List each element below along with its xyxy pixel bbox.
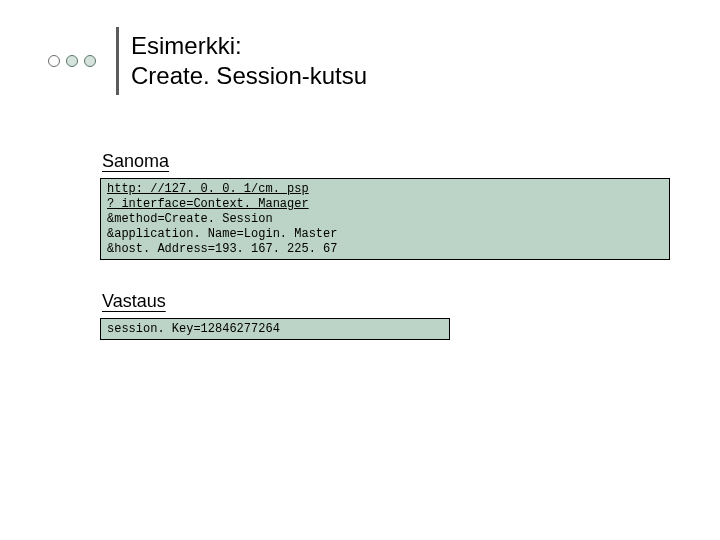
code-box-vastaus: session. Key=12846277264 xyxy=(100,318,450,340)
section-heading-vastaus: Vastaus xyxy=(102,291,166,312)
section-heading-sanoma: Sanoma xyxy=(102,151,169,172)
code-line-param: &method=Create. Session xyxy=(107,212,663,227)
code-line-url[interactable]: http: //127. 0. 0. 1/cm. psp xyxy=(107,182,663,197)
code-line-param: &application. Name=Login. Master xyxy=(107,227,663,242)
title-line-2: Create. Session-kutsu xyxy=(131,61,367,91)
code-box-sanoma: http: //127. 0. 0. 1/cm. psp ? interface… xyxy=(100,178,670,260)
code-line-param[interactable]: ? interface=Context. Manager xyxy=(107,197,663,212)
bullet-dot-icon xyxy=(48,55,60,67)
code-line-response: session. Key=12846277264 xyxy=(107,322,443,337)
slide: Esimerkki: Create. Session-kutsu Sanoma … xyxy=(0,0,720,540)
title-line-1: Esimerkki: xyxy=(131,31,367,61)
slide-title: Esimerkki: Create. Session-kutsu xyxy=(116,27,367,95)
code-line-param: &host. Address=193. 167. 225. 67 xyxy=(107,242,663,257)
bullet-dot-icon xyxy=(84,55,96,67)
bullet-dot-icon xyxy=(66,55,78,67)
decorative-bullets xyxy=(48,55,96,67)
